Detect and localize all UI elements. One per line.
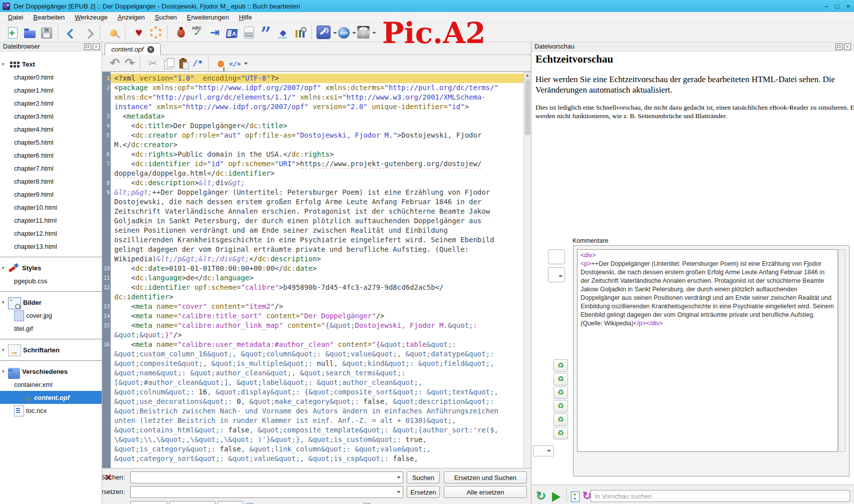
scrollbar-thumb[interactable] [525, 80, 530, 135]
chevron-down-icon[interactable]: ▾ [2, 62, 8, 67]
open-file-button[interactable] [21, 24, 38, 41]
replace-find-button[interactable]: Ersetzen und Suchen [444, 471, 527, 483]
file-chapter0.html[interactable]: chapter0.html [0, 71, 102, 84]
sidebar-section-images[interactable]: ▾Bilder [0, 296, 102, 309]
save-file-button[interactable] [38, 24, 55, 41]
comment-button[interactable] [190, 56, 205, 71]
recycle-button[interactable]: ♻ [553, 359, 568, 372]
mode-select[interactable]: Normal [130, 501, 167, 504]
file-content.opf[interactable]: content.opf [0, 391, 102, 404]
mend-code-button[interactable] [206, 24, 223, 41]
tab-content-opf[interactable]: content.opf × [105, 43, 161, 55]
file-chapter11.html[interactable]: chapter11.html [0, 214, 102, 227]
find-input[interactable] [132, 472, 394, 482]
file-container.xml[interactable]: container.xml [0, 378, 102, 391]
recycle-button[interactable]: ♻ [553, 373, 568, 385]
recycle-button[interactable]: ♻ [553, 400, 568, 412]
recycle-button[interactable]: ♻ [553, 386, 568, 399]
replace-combobox[interactable] [130, 486, 403, 498]
code-view-button[interactable] [228, 56, 249, 71]
file-chapter5.html[interactable]: chapter5.html [0, 136, 102, 149]
bookmark-pin-button[interactable] [105, 24, 122, 41]
refresh-preview-button[interactable] [532, 487, 549, 504]
chevron-down-icon[interactable] [397, 476, 401, 480]
run-preview-button[interactable] [547, 487, 564, 504]
cut-button[interactable] [145, 56, 160, 71]
new-file-button[interactable] [4, 24, 21, 41]
file-chapter12.html[interactable]: chapter12.html [0, 227, 102, 240]
file-chapter13.html[interactable]: chapter13.html [0, 240, 102, 253]
chevron-down-icon[interactable]: ▾ [2, 347, 8, 352]
smart-quotes-button[interactable] [257, 24, 274, 41]
direction-select[interactable]: Herunter [217, 501, 243, 504]
file-toc.ncx[interactable]: toc.ncx [0, 404, 102, 417]
back-button[interactable] [63, 24, 80, 41]
file-chapter6.html[interactable]: chapter6.html [0, 149, 102, 162]
find-button[interactable]: Suchen [407, 471, 440, 483]
copy-button[interactable] [160, 56, 175, 71]
float-panel-icon[interactable] [835, 44, 842, 50]
file-chapter9.html[interactable]: chapter9.html [0, 188, 102, 201]
replace-button[interactable]: Ersetzen [407, 486, 440, 498]
spellcheck-button[interactable] [189, 24, 206, 41]
comments-scrollbar[interactable] [838, 249, 845, 452]
files-select[interactable]: Alle Textdateien [169, 501, 215, 504]
maximize-button[interactable]: □ [835, 3, 839, 10]
chevron-down-icon[interactable] [397, 491, 401, 495]
redo-button[interactable] [122, 56, 137, 71]
file-cover.jpg[interactable]: cover.jpg [0, 309, 102, 322]
file-chapter4.html[interactable]: chapter4.html [0, 123, 102, 136]
menu-suchen[interactable]: Suchen [150, 13, 182, 23]
editor-scrollbar[interactable] [523, 72, 531, 468]
file-chapter10.html[interactable]: chapter10.html [0, 201, 102, 214]
clean-highlight-button[interactable] [274, 24, 292, 41]
sidebar-section-text[interactable]: ▾Text [0, 58, 102, 71]
open-browser-button[interactable] [338, 24, 357, 41]
undo-button[interactable] [107, 56, 122, 71]
dropdown-arrow-icon[interactable] [244, 63, 248, 67]
file-chapter2.html[interactable]: chapter2.html [0, 97, 102, 110]
close-button[interactable]: × [846, 3, 850, 10]
menu-bearbeiten[interactable]: Bearbeiten [28, 13, 70, 23]
menu-datei[interactable]: Datei [3, 13, 28, 23]
file-titel.gif[interactable]: titel.gif [0, 322, 102, 335]
file-chapter8.html[interactable]: chapter8.html [0, 175, 102, 188]
forward-button[interactable] [80, 24, 97, 41]
find-combobox[interactable] [130, 471, 403, 483]
donate-heart-button[interactable] [130, 24, 147, 41]
recycle-button[interactable]: ♻ [553, 427, 568, 439]
sidebar-section-styles[interactable]: ▾Styles [0, 261, 102, 274]
menu-erweiterungen[interactable]: Erweiterungen [182, 13, 234, 23]
recycle-button[interactable]: ♻ [553, 413, 568, 426]
dropdown-arrow-icon[interactable] [352, 32, 356, 36]
chevron-down-icon[interactable]: ▾ [2, 300, 8, 305]
file-chapter7.html[interactable]: chapter7.html [0, 162, 102, 175]
reports-chart-button[interactable] [292, 24, 309, 41]
beautify-tulip-button[interactable] [213, 56, 228, 71]
float-panel-icon[interactable] [84, 44, 91, 50]
code-editor[interactable]: 1<?xml version="1.0" encoding="UTF-8"?>2… [102, 72, 531, 468]
minimize-button[interactable]: – [824, 3, 828, 10]
tools-wrench-button[interactable] [317, 24, 338, 41]
file-chapter3.html[interactable]: chapter3.html [0, 110, 102, 123]
file-chapter1.html[interactable]: chapter1.html [0, 84, 102, 97]
close-panel-icon[interactable]: × [844, 44, 851, 50]
report-bug-button[interactable] [172, 24, 189, 41]
dropdown-arrow-icon[interactable] [333, 32, 337, 36]
sidebar-section-misc[interactable]: ▾Verschiedenes [0, 365, 102, 378]
close-panel-icon[interactable]: × [93, 44, 100, 50]
paste-button[interactable] [175, 56, 190, 71]
replace-all-button[interactable]: Alle ersetzen [444, 486, 527, 498]
manage-fonts-button[interactable] [240, 24, 257, 41]
replace-input[interactable] [132, 487, 394, 497]
preview-search-input[interactable] [594, 491, 847, 500]
translate-book-button[interactable] [223, 24, 240, 41]
file-pgepub.css[interactable]: pgepub.css [0, 274, 102, 287]
dropdown-arrow-icon[interactable] [372, 32, 376, 36]
menu-werkzeuge[interactable]: Werkzeuge [70, 13, 113, 23]
sidebar-section-fonts[interactable]: ▾Schriftarten [0, 343, 102, 356]
cover-widget-fragment[interactable] [548, 249, 565, 264]
cover-widget-fragment[interactable] [548, 267, 565, 282]
metadata-combo-fragment[interactable] [533, 445, 554, 456]
donate-ring-button[interactable] [147, 24, 164, 41]
